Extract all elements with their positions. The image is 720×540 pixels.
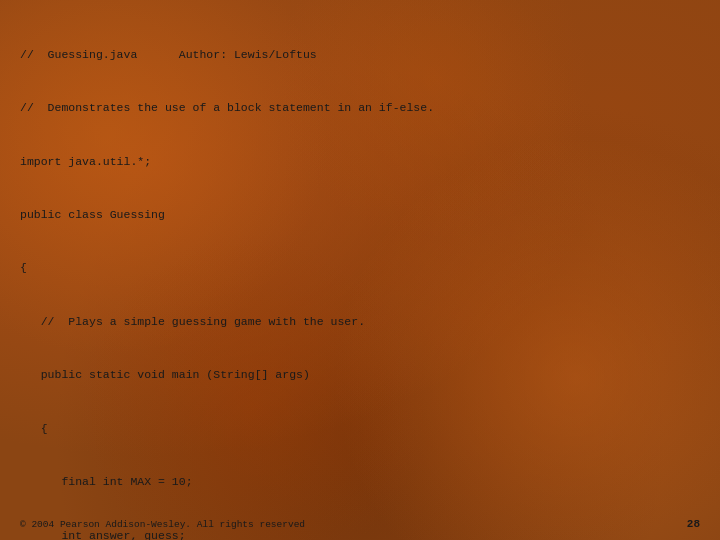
footer: © 2004 Pearson Addison-Wesley. All right…	[20, 518, 700, 530]
code-block: // Guessing.java Author: Lewis/Loftus //…	[20, 10, 700, 540]
code-line-3: import java.util.*;	[20, 153, 700, 171]
code-line-7: public static void main (String[] args)	[20, 366, 700, 384]
content-area: // Guessing.java Author: Lewis/Loftus //…	[0, 0, 720, 540]
code-line-1: // Guessing.java Author: Lewis/Loftus	[20, 46, 700, 64]
code-line-5: {	[20, 259, 700, 277]
code-line-9: final int MAX = 10;	[20, 473, 700, 491]
code-line-4: public class Guessing	[20, 206, 700, 224]
page-number: 28	[687, 518, 700, 530]
code-line-8: {	[20, 420, 700, 438]
code-line-6: // Plays a simple guessing game with the…	[20, 313, 700, 331]
code-line-2: // Demonstrates the use of a block state…	[20, 99, 700, 117]
copyright-text: © 2004 Pearson Addison-Wesley. All right…	[20, 519, 305, 530]
